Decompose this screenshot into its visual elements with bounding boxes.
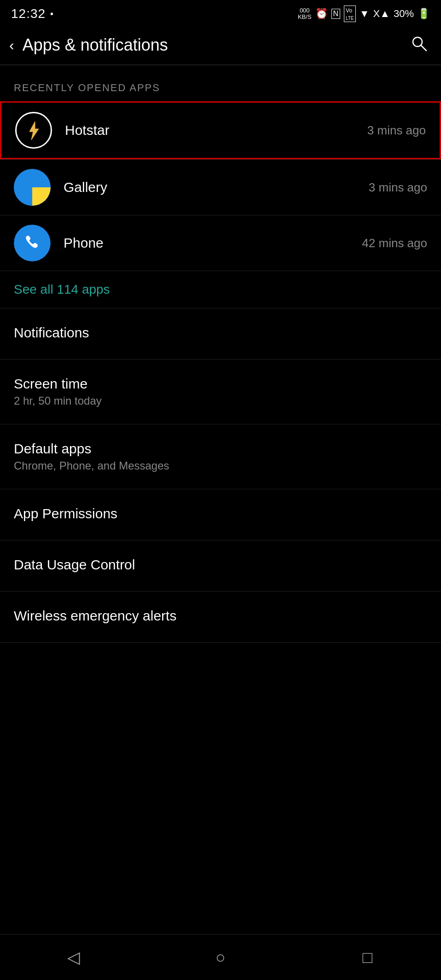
hotstar-name: Hotstar — [65, 122, 367, 138]
phone-svg-icon — [22, 233, 42, 253]
status-icons: 000 KB/S ⏰ N VoLTE ▼ X▲ 30% 🔋 — [298, 6, 430, 22]
hotstar-icon — [15, 112, 52, 149]
hotstar-app-item[interactable]: Hotstar 3 mins ago — [0, 101, 441, 159]
default-apps-subtitle: Chrome, Phone, and Messages — [14, 459, 427, 472]
status-left: 12:32 • — [11, 6, 53, 21]
gallery-icon — [14, 169, 51, 206]
wifi-icon: ▼ — [360, 8, 370, 20]
battery-percent: 30% — [394, 8, 414, 20]
nav-back-button[interactable]: ◁ — [55, 944, 92, 971]
navigation-bar: ◁ ○ □ — [0, 934, 441, 980]
hotstar-inner-icon — [22, 118, 46, 142]
notifications-menu-item[interactable]: Notifications — [0, 308, 441, 359]
gallery-name: Gallery — [64, 180, 369, 195]
screen-time-subtitle: 2 hr, 50 min today — [14, 394, 427, 407]
volte-icon: VoLTE — [344, 6, 356, 22]
svg-point-0 — [413, 37, 422, 46]
nfc-icon: N — [331, 9, 341, 19]
divider-10 — [0, 642, 441, 643]
battery-icon: 🔋 — [418, 8, 430, 20]
default-apps-menu-item[interactable]: Default apps Chrome, Phone, and Messages — [0, 424, 441, 489]
phone-icon-circle — [14, 225, 51, 261]
see-all-apps-link[interactable]: See all 114 apps — [0, 271, 441, 308]
app-permissions-menu-item[interactable]: App Permissions — [0, 489, 441, 540]
hotstar-logo-svg — [23, 120, 44, 141]
wireless-emergency-menu-item[interactable]: Wireless emergency alerts — [0, 591, 441, 642]
alarm-icon: ⏰ — [315, 8, 328, 20]
gallery-icon-circle — [14, 169, 51, 206]
phone-name: Phone — [64, 235, 362, 251]
nav-recent-button[interactable]: □ — [349, 944, 386, 971]
app-permissions-title: App Permissions — [14, 506, 427, 522]
status-time: 12:32 — [11, 6, 46, 21]
phone-time: 42 mins ago — [362, 236, 427, 250]
screen-time-title: Screen time — [14, 376, 427, 392]
default-apps-title: Default apps — [14, 441, 427, 457]
recently-opened-label: RECENTLY OPENED APPS — [0, 65, 441, 101]
data-usage-menu-item[interactable]: Data Usage Control — [0, 540, 441, 591]
content-area: RECENTLY OPENED APPS Hotstar 3 mins ago … — [0, 65, 441, 693]
gallery-app-item[interactable]: Gallery 3 mins ago — [0, 160, 441, 215]
header-left: ‹ Apps & notifications — [9, 35, 168, 55]
status-dot: • — [50, 9, 53, 19]
page-title: Apps & notifications — [23, 35, 168, 55]
back-button[interactable]: ‹ — [9, 37, 14, 54]
hotstar-time: 3 mins ago — [367, 123, 426, 138]
notifications-title: Notifications — [14, 325, 427, 341]
header: ‹ Apps & notifications — [0, 26, 441, 65]
screen-time-menu-item[interactable]: Screen time 2 hr, 50 min today — [0, 360, 441, 424]
gallery-time: 3 mins ago — [369, 180, 427, 195]
data-usage-title: Data Usage Control — [14, 557, 427, 573]
svg-line-1 — [421, 46, 426, 51]
wireless-emergency-title: Wireless emergency alerts — [14, 608, 427, 624]
search-button[interactable] — [411, 35, 427, 55]
phone-app-item[interactable]: Phone 42 mins ago — [0, 215, 441, 271]
phone-icon — [14, 225, 51, 261]
status-bar: 12:32 • 000 KB/S ⏰ N VoLTE ▼ X▲ 30% 🔋 — [0, 0, 441, 26]
svg-marker-2 — [29, 122, 39, 140]
signal-icon: X▲ — [373, 8, 390, 20]
data-speed-icon: 000 KB/S — [298, 7, 312, 21]
nav-home-button[interactable]: ○ — [202, 944, 239, 971]
search-icon — [411, 35, 427, 52]
